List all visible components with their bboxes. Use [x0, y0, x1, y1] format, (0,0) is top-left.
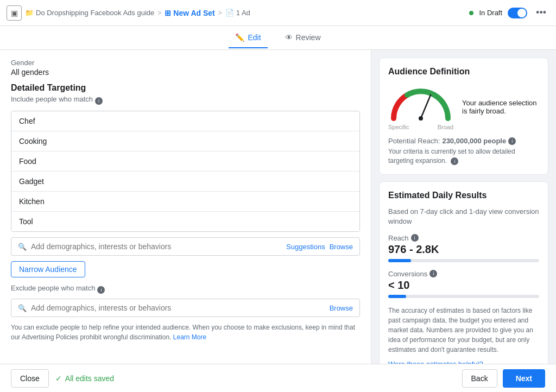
conversions-value: < 10 — [388, 279, 539, 292]
estimated-card-title: Estimated Daily Results — [388, 191, 539, 200]
top-bar-right: In Draft ••• — [469, 5, 549, 21]
potential-reach-value: 230,000,000 people — [442, 137, 506, 145]
targeting-item-chef: Chef — [11, 111, 359, 131]
breadcrumb-sep-1: > — [157, 9, 161, 17]
tab-review-label: Review — [296, 33, 321, 42]
saved-label: All edits saved — [65, 374, 114, 383]
targeting-scroll[interactable]: Chef Cooking Food Gadget Kitchen Tool — [11, 111, 359, 231]
new-ad-set-breadcrumb[interactable]: ⊞ New Ad Set — [165, 9, 215, 17]
suggestions-link[interactable]: Suggestions — [286, 243, 325, 251]
audience-definition-card: Audience Definition — [379, 58, 548, 175]
search-links: Suggestions Browse — [286, 243, 353, 251]
panel-toggle-icon[interactable]: ▣ — [7, 5, 22, 21]
edit-icon: ✏️ — [235, 33, 244, 42]
ad-icon: 📄 — [225, 9, 234, 17]
include-search-row[interactable]: 🔍 Suggestions Browse — [11, 237, 360, 256]
more-options-icon[interactable]: ••• — [533, 5, 549, 21]
exclude-info-icon[interactable]: i — [97, 286, 105, 294]
targeting-item-tool: Tool — [11, 212, 359, 231]
tab-edit[interactable]: ✏️ Edit — [229, 28, 267, 48]
reach-value: 976 - 2.8K — [388, 243, 539, 256]
include-search-input[interactable] — [31, 242, 282, 251]
conversions-progress-bg — [388, 295, 539, 298]
targeting-item-label: Food — [19, 157, 36, 166]
conversions-progress-fill — [388, 295, 406, 298]
svg-line-0 — [421, 95, 431, 118]
new-ad-set-label: New Ad Set — [173, 9, 215, 17]
gender-label: Gender — [11, 59, 360, 67]
ad-breadcrumb: 📄 1 Ad — [225, 9, 250, 17]
exclude-search-input[interactable] — [31, 304, 325, 312]
exclude-browse-link[interactable]: Browse — [330, 304, 353, 312]
audience-card-title: Audience Definition — [388, 67, 539, 77]
learn-more-link[interactable]: Learn More — [173, 333, 206, 341]
review-icon: 👁 — [285, 33, 293, 42]
exclude-search-icon: 🔍 — [18, 304, 27, 312]
draft-toggle[interactable] — [508, 8, 527, 18]
saved-status: ✓ All edits saved — [55, 374, 114, 383]
targeting-item-cooking: Cooking — [11, 131, 359, 151]
audience-desc: Your audience selection is fairly broad. — [462, 99, 539, 115]
gauge-labels: Specific Broad — [388, 124, 453, 130]
potential-reach-label: Potential Reach: 230,000,000 people i — [388, 137, 539, 145]
ad-label-text: 1 Ad — [236, 9, 250, 17]
main-layout: Gender All genders Detailed Targeting In… — [0, 50, 556, 364]
top-bar: ▣ 📁 Do Dropshipping Facebook Ads guide >… — [0, 0, 556, 26]
accuracy-note: The accuracy of estimates is based on fa… — [388, 306, 539, 355]
search-icon: 🔍 — [18, 243, 27, 251]
draft-status-label: In Draft — [479, 9, 502, 17]
targeting-item-label: Tool — [19, 217, 33, 226]
left-panel: Gender All genders Detailed Targeting In… — [0, 50, 371, 364]
expansion-note: Your criteria is currently set to allow … — [388, 147, 539, 166]
campaign-breadcrumb: 📁 Do Dropshipping Facebook Ads guide — [25, 9, 154, 17]
reach-label: Reach i — [388, 234, 539, 242]
browse-link[interactable]: Browse — [330, 243, 353, 251]
targeting-item-food: Food — [11, 151, 359, 172]
reach-progress-bg — [388, 259, 539, 262]
exclude-search-links: Browse — [330, 304, 353, 312]
back-button[interactable]: Back — [462, 369, 497, 388]
specific-label: Specific — [388, 124, 409, 130]
check-icon: ✓ — [55, 374, 62, 383]
tab-edit-label: Edit — [248, 33, 261, 42]
targeting-item-label: Chef — [19, 117, 35, 125]
targeting-item-label: Gadget — [19, 177, 44, 186]
exclude-note: You can exclude people to help refine yo… — [11, 323, 360, 342]
campaign-name[interactable]: Do Dropshipping Facebook Ads guide — [36, 9, 154, 17]
targeting-item-gadget: Gadget — [11, 172, 359, 192]
draft-status-dot — [469, 11, 473, 15]
include-label: Include people who match — [11, 95, 93, 103]
reach-info-icon[interactable]: i — [508, 137, 516, 145]
estimated-subtitle: Based on 7-day click and 1-day view conv… — [388, 207, 539, 226]
conversions-info-icon[interactable]: i — [429, 270, 437, 277]
folder-icon: 📁 — [25, 9, 34, 17]
bottom-bar: Close ✓ All edits saved Back Next — [0, 364, 556, 392]
broad-label: Broad — [438, 124, 453, 130]
estimated-daily-card: Estimated Daily Results Based on 7-day c… — [379, 181, 548, 364]
gauge-container: Specific Broad — [388, 83, 453, 130]
grid-icon: ⊞ — [165, 9, 171, 17]
conversions-label: Conversions i — [388, 270, 539, 278]
targeting-item-label: Kitchen — [19, 197, 45, 206]
targeting-item-kitchen: Kitchen — [11, 192, 359, 212]
tab-review[interactable]: 👁 Review — [279, 28, 327, 48]
narrow-audience-button[interactable]: Narrow Audience — [11, 261, 85, 277]
reach-metric-info-icon[interactable]: i — [411, 234, 419, 242]
helpful-link[interactable]: Were these estimates helpful? — [388, 360, 539, 364]
detailed-targeting-title: Detailed Targeting — [11, 83, 360, 93]
right-panel: Audience Definition — [371, 50, 556, 364]
gauge-row: Specific Broad Your audience selection i… — [388, 83, 539, 130]
exclude-label: Exclude people who match — [11, 284, 95, 292]
close-button[interactable]: Close — [11, 369, 49, 388]
include-info-icon[interactable]: i — [95, 97, 103, 105]
expansion-info-icon[interactable]: i — [451, 157, 458, 165]
next-button[interactable]: Next — [503, 369, 545, 388]
breadcrumb-sep-2: > — [218, 9, 222, 17]
reach-progress-fill — [388, 259, 411, 262]
bottom-right-buttons: Back Next — [462, 369, 545, 388]
exclude-search-row[interactable]: 🔍 Browse — [11, 299, 360, 317]
targeting-box: Chef Cooking Food Gadget Kitchen Tool — [11, 111, 360, 232]
svg-point-1 — [419, 116, 423, 121]
targeting-item-label: Cooking — [19, 137, 47, 146]
breadcrumb: 📁 Do Dropshipping Facebook Ads guide > ⊞… — [25, 9, 250, 17]
